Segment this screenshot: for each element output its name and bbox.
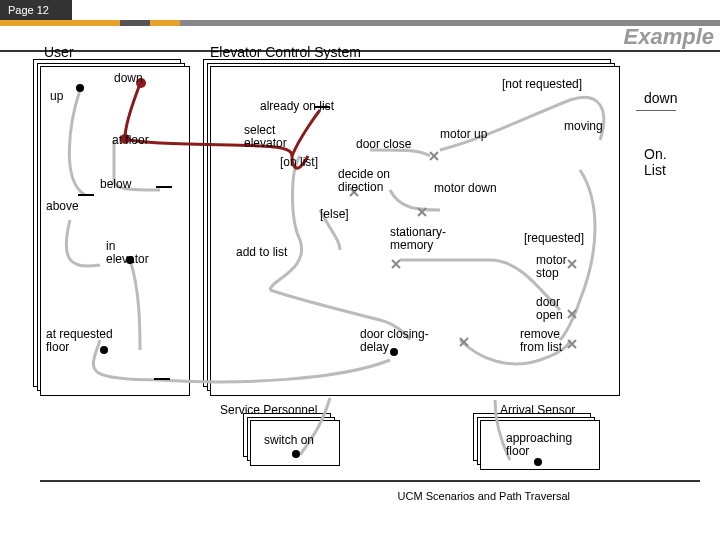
side-onlist: On. List xyxy=(644,146,680,178)
lbl-at-floor: at floor xyxy=(112,134,149,147)
lbl-moving: moving xyxy=(564,120,603,133)
lbl-approach: approaching floor xyxy=(506,432,586,458)
footer-text: UCM Scenarios and Path Traversal xyxy=(398,490,570,502)
lbl-already: already on list xyxy=(260,100,334,113)
lbl-onlist: [on list] xyxy=(280,156,318,169)
start-up xyxy=(76,84,84,92)
lbl-motorstop: motor stop xyxy=(536,254,576,280)
ucm-diagram: down up at floor below above in elevator… xyxy=(40,60,680,480)
lbl-down: down xyxy=(114,72,143,85)
system-title: Elevator Control System xyxy=(210,44,361,60)
lbl-stationary: stationary- memory xyxy=(390,226,456,252)
lbl-up: up xyxy=(50,90,63,103)
node-approach xyxy=(534,458,542,466)
lbl-remove: remove from list xyxy=(520,328,580,354)
lbl-delay: door closing-delay xyxy=(360,328,440,354)
slide-title: Example xyxy=(624,24,715,50)
lbl-requested: [requested] xyxy=(524,232,584,245)
lbl-arrival: Arrival Sensor xyxy=(500,404,575,417)
lbl-doorclose: door close xyxy=(356,138,411,151)
lbl-select: select elevator xyxy=(244,124,304,150)
lbl-motordown: motor down xyxy=(434,182,497,195)
footer-line xyxy=(40,480,700,482)
lbl-above: above xyxy=(46,200,79,213)
page-number: Page 12 xyxy=(0,0,72,20)
node-switchon xyxy=(292,450,300,458)
lbl-motorup: motor up xyxy=(440,128,487,141)
side-underline xyxy=(636,110,676,111)
lbl-in-elevator: in elevator xyxy=(106,240,156,266)
lbl-add: add to list xyxy=(236,246,287,259)
side-down: down xyxy=(644,90,680,106)
lbl-below: below xyxy=(100,178,131,191)
lbl-service: Service Personnel xyxy=(220,404,317,417)
user-title: User xyxy=(44,44,74,60)
lbl-decide: decide on direction xyxy=(338,168,408,194)
lbl-dooropen: door open xyxy=(536,296,576,322)
lbl-at-requested: at requested floor xyxy=(46,328,126,354)
lbl-switchon: switch on xyxy=(264,434,314,447)
lbl-else: [else] xyxy=(320,208,349,221)
lbl-notreq: [not requested] xyxy=(502,78,582,91)
